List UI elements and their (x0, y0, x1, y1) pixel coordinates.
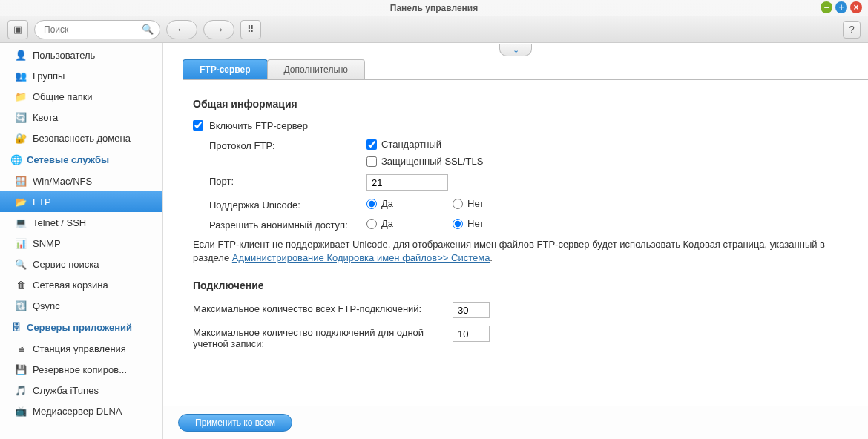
expand-handle[interactable]: ⌄ (499, 44, 532, 56)
sidebar-item-management-station[interactable]: 🖥 Станция управления (0, 338, 162, 359)
window-titlebar: Панель управления − + × (0, 0, 868, 16)
sidebar-item-search-service[interactable]: 🔍 Сервис поиска (0, 254, 162, 274)
sidebar-item-shared-folders[interactable]: 📁 Общие папки (0, 86, 162, 107)
protocol-standard-label: Стандартный (381, 139, 441, 150)
sidebar-item-snmp[interactable]: 📊 SNMP (0, 233, 162, 254)
anon-yes-label: Да (381, 218, 393, 229)
sidebar-item-telnet-ssh[interactable]: 💻 Telnet / SSH (0, 212, 162, 233)
discovery-icon: 🔍 (15, 258, 27, 270)
sidebar-item-itunes[interactable]: 🎵 Служба iTunes (0, 380, 162, 400)
close-icon[interactable]: × (850, 1, 862, 13)
apps-grid-icon: ⠿ (247, 24, 254, 35)
unicode-label: Поддержка Unicode: (209, 198, 366, 211)
sidebar-category-network[interactable]: 🌐 Сетевые службы (0, 148, 162, 171)
snmp-icon: 📊 (15, 237, 27, 249)
maximize-icon[interactable]: + (835, 1, 847, 13)
anon-no-radio[interactable] (453, 219, 463, 229)
sidebar-item-label: Станция управления (33, 343, 126, 354)
max-user-label: Максимальное количество подключений для … (193, 326, 453, 349)
nav-forward-button[interactable]: → (203, 20, 234, 39)
hint-link[interactable]: Администрирование Кодировка имен файлов>… (232, 252, 490, 263)
port-label: Порт: (209, 174, 366, 187)
sidebar-item-groups[interactable]: 👥 Группы (0, 65, 162, 86)
home-button[interactable]: ▣ (7, 20, 28, 39)
enable-ftp-checkbox[interactable] (193, 120, 203, 131)
arrow-right-icon: → (213, 23, 225, 36)
anon-label: Разрешить анонимный доступ: (209, 218, 366, 231)
search-box[interactable]: 🔍 (34, 20, 160, 39)
max-all-input[interactable] (453, 302, 490, 318)
sidebar-item-label: Безопасность домена (33, 133, 131, 144)
sidebar-item-label: FTP (33, 197, 51, 208)
section-connection-title: Подключение (193, 280, 838, 291)
port-input[interactable] (366, 174, 448, 191)
nav-back-button[interactable]: ← (166, 20, 197, 39)
apply-button-label: Применить ко всем (195, 417, 275, 428)
anon-yes-radio[interactable] (366, 219, 377, 229)
globe-icon: 🌐 (10, 154, 22, 165)
chevron-down-icon: ⌄ (513, 45, 519, 55)
unicode-hint: Если FTP-клиент не поддерживает Unicode,… (193, 238, 838, 265)
max-all-label: Максимальное количество всех FTP-подключ… (193, 302, 453, 314)
sidebar-item-domain-security[interactable]: 🔐 Безопасность домена (0, 128, 162, 148)
section-general-title: Общая информация (193, 98, 838, 110)
help-button[interactable]: ? (843, 21, 861, 39)
security-icon: 🔐 (15, 132, 27, 144)
user-icon: 👤 (15, 49, 27, 61)
folder-icon: 📁 (15, 90, 27, 102)
sidebar-item-quota[interactable]: 🔄 Квота (0, 107, 162, 128)
sidebar-item-backup[interactable]: 💾 Резервное копиров... (0, 359, 162, 380)
tab-label: Дополнительно (284, 65, 348, 75)
footer: Применить ко всем (163, 406, 868, 439)
tab-bar: FTP-сервер Дополнительно (183, 59, 868, 80)
search-input[interactable] (44, 21, 140, 39)
sidebar-item-dlna[interactable]: 📺 Медиасервер DLNA (0, 400, 162, 421)
sidebar-item-label: Qsync (33, 300, 60, 311)
sidebar-category-label: Сетевые службы (27, 154, 109, 165)
unicode-yes-label: Да (381, 198, 393, 209)
trash-icon: 🗑 (15, 279, 27, 291)
sidebar-item-user[interactable]: 👤 Пользователь (0, 44, 162, 65)
tab-label: FTP-сервер (200, 65, 251, 75)
unicode-no-label: Нет (467, 198, 484, 209)
ftp-icon: 📂 (15, 196, 27, 208)
tab-advanced[interactable]: Дополнительно (267, 59, 365, 79)
unicode-no-radio[interactable] (453, 199, 463, 209)
arrow-left-icon: ← (176, 23, 188, 36)
server-icon: 🗄 (10, 321, 22, 333)
sidebar-item-label: Квота (33, 112, 58, 123)
sidebar-item-label: Пользователь (33, 50, 95, 61)
music-icon: 🎵 (15, 384, 27, 396)
sidebar-item-qsync[interactable]: 🔃 Qsync (0, 295, 162, 316)
sidebar-item-label: Сетевая корзина (33, 280, 108, 291)
sidebar-item-winmacnfs[interactable]: 🪟 Win/Mac/NFS (0, 171, 162, 191)
sidebar-category-appservers[interactable]: 🗄 Серверы приложений (0, 316, 162, 338)
help-icon: ? (849, 24, 854, 35)
terminal-icon: 💻 (15, 217, 27, 228)
sidebar-category-label: Серверы приложений (27, 322, 132, 333)
enable-ftp-label: Включить FTP-сервер (209, 120, 308, 131)
apply-button[interactable]: Применить ко всем (178, 414, 292, 432)
quota-icon: 🔄 (15, 111, 27, 123)
group-icon: 👥 (15, 70, 27, 82)
sidebar-item-label: SNMP (33, 238, 61, 249)
sidebar-item-label: Медиасервер DLNA (33, 406, 122, 417)
max-user-input[interactable] (453, 326, 490, 342)
protocol-ssl-label: Защищенный SSL/TLS (381, 156, 483, 167)
sidebar-item-label: Общие папки (33, 91, 93, 102)
tab-ftp-server[interactable]: FTP-сервер (183, 59, 268, 79)
sidebar-item-label: Служба iTunes (33, 385, 99, 396)
sidebar: 👤 Пользователь 👥 Группы 📁 Общие папки 🔄 … (0, 43, 163, 439)
protocol-standard-checkbox[interactable] (366, 139, 377, 150)
grid-icon: ▣ (13, 24, 22, 35)
media-icon: 📺 (15, 405, 27, 417)
apps-button[interactable]: ⠿ (240, 20, 261, 39)
protocol-ssl-checkbox[interactable] (366, 156, 377, 167)
toolbar: ▣ 🔍 ← → ⠿ ? (0, 16, 868, 43)
sidebar-item-label: Группы (33, 70, 65, 82)
sidebar-item-label: Telnet / SSH (33, 217, 86, 228)
sidebar-item-ftp[interactable]: 📂 FTP (0, 191, 162, 212)
minimize-icon[interactable]: − (821, 1, 832, 13)
unicode-yes-radio[interactable] (366, 199, 377, 209)
sidebar-item-recycle[interactable]: 🗑 Сетевая корзина (0, 274, 162, 295)
